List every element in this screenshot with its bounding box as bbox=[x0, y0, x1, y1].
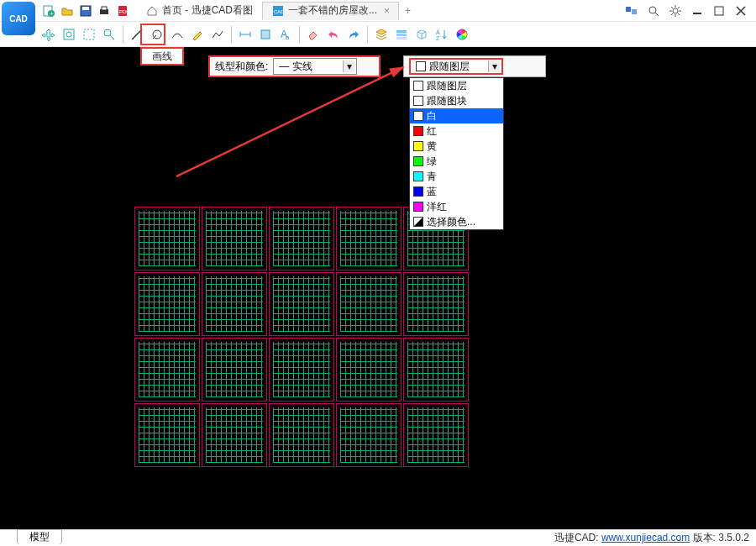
highlight-tool-icon[interactable] bbox=[188, 25, 207, 44]
color-option[interactable]: 青 bbox=[410, 169, 503, 184]
measure-area-icon[interactable] bbox=[256, 25, 275, 44]
drawing-cell bbox=[269, 272, 334, 336]
maximize-icon[interactable] bbox=[712, 4, 726, 18]
color-dropdown: 跟随图层跟随图块白红黄绿青蓝洋红选择颜色... bbox=[409, 77, 504, 230]
zoom-icon[interactable] bbox=[100, 25, 118, 44]
drawing-cell bbox=[336, 338, 402, 402]
svg-line-14 bbox=[655, 13, 659, 16]
color-option[interactable]: 洋红 bbox=[410, 199, 503, 214]
drawing-cell bbox=[336, 272, 402, 336]
model-tab-label: 模型 bbox=[29, 530, 50, 544]
brand-label: 迅捷CAD: bbox=[554, 532, 599, 543]
color-value: 跟随图层 bbox=[429, 60, 470, 74]
arc-tool-icon[interactable] bbox=[168, 25, 186, 44]
svg-rect-43 bbox=[396, 34, 407, 36]
chevron-down-icon: ▾ bbox=[488, 60, 500, 72]
drawing-cell bbox=[336, 207, 402, 270]
box3d-icon[interactable] bbox=[412, 25, 431, 44]
print-icon[interactable] bbox=[97, 4, 111, 18]
svg-rect-4 bbox=[82, 7, 89, 10]
drawing-cell bbox=[202, 207, 267, 270]
title-bar: CAD + PDF 首页 - 迅捷CAD看图 CAD 一套不错的房屋改... ×… bbox=[0, 0, 756, 22]
erase-icon[interactable] bbox=[304, 25, 323, 44]
svg-text:PDF: PDF bbox=[119, 9, 129, 14]
svg-rect-28 bbox=[64, 29, 74, 39]
color-wheel-icon[interactable] bbox=[453, 25, 471, 44]
svg-rect-11 bbox=[626, 7, 631, 12]
callout-line-tool bbox=[140, 24, 165, 45]
color-option[interactable]: 红 bbox=[410, 123, 503, 139]
svg-rect-25 bbox=[715, 7, 723, 15]
drawing-cell bbox=[202, 272, 267, 336]
magnifier-icon[interactable] bbox=[647, 4, 660, 18]
plus-icon: + bbox=[405, 5, 411, 17]
color-combo[interactable]: 跟随图层 ▾ bbox=[409, 58, 503, 75]
color-option[interactable]: 跟随图层 bbox=[410, 78, 503, 93]
color-option-label: 青 bbox=[427, 170, 437, 184]
model-space-tab[interactable]: 模型 bbox=[17, 529, 62, 544]
minimize-icon[interactable] bbox=[690, 4, 704, 18]
close-icon[interactable]: × bbox=[384, 5, 390, 17]
measure-dist-icon[interactable] bbox=[236, 25, 255, 44]
drawing-cell bbox=[403, 272, 469, 336]
svg-line-32 bbox=[110, 35, 114, 39]
window-close-icon[interactable] bbox=[734, 4, 748, 18]
color-swatch-icon bbox=[413, 217, 423, 227]
save-icon[interactable] bbox=[79, 4, 92, 18]
tab-file[interactable]: CAD 一套不错的房屋改... × bbox=[262, 2, 399, 20]
text-tool-icon[interactable]: Aa bbox=[276, 25, 295, 44]
redo-icon[interactable] bbox=[344, 25, 363, 44]
svg-text:a: a bbox=[286, 34, 290, 41]
drawing-cell bbox=[134, 403, 200, 467]
export-pdf-icon[interactable]: PDF bbox=[116, 4, 129, 18]
color-option[interactable]: 选择颜色... bbox=[410, 214, 503, 229]
gear-icon[interactable] bbox=[669, 4, 682, 18]
color-option[interactable]: 绿 bbox=[410, 154, 503, 169]
color-option[interactable]: 跟随图块 bbox=[410, 93, 503, 108]
svg-line-49 bbox=[176, 67, 403, 176]
svg-rect-30 bbox=[84, 29, 94, 39]
zoom-extents-icon[interactable] bbox=[60, 25, 78, 44]
svg-text:Z: Z bbox=[436, 35, 440, 41]
tab-home[interactable]: 首页 - 迅捷CAD看图 bbox=[136, 2, 262, 20]
windows-switch-icon[interactable] bbox=[625, 4, 638, 18]
svg-line-22 bbox=[671, 13, 673, 15]
color-option[interactable]: 白 bbox=[410, 108, 503, 123]
color-option[interactable]: 蓝 bbox=[410, 184, 503, 199]
color-option[interactable]: 黄 bbox=[410, 139, 503, 154]
main-toolbar: Aa AZ bbox=[0, 22, 756, 47]
color-option-label: 黄 bbox=[427, 139, 437, 154]
cad-file-icon: CAD bbox=[271, 4, 285, 18]
version-label: 版本: bbox=[693, 532, 716, 543]
website-link[interactable]: www.xunjiecad.com bbox=[601, 532, 690, 543]
new-file-icon[interactable]: + bbox=[42, 4, 55, 18]
svg-line-21 bbox=[678, 13, 680, 15]
layer-manager-icon[interactable] bbox=[392, 25, 411, 44]
tab-file-label: 一套不错的房屋改... bbox=[288, 3, 377, 18]
pan-icon[interactable] bbox=[39, 25, 58, 44]
drawing-cell bbox=[269, 338, 334, 402]
svg-text:A: A bbox=[436, 29, 440, 35]
svg-point-13 bbox=[649, 7, 656, 13]
drawing-cell bbox=[403, 338, 469, 402]
color-option-label: 跟随图块 bbox=[427, 94, 467, 108]
drawing-cell bbox=[202, 403, 267, 467]
layers-icon[interactable] bbox=[372, 25, 391, 44]
separator bbox=[231, 26, 232, 43]
sort-icon[interactable]: AZ bbox=[433, 25, 451, 44]
svg-point-31 bbox=[104, 29, 111, 36]
open-file-icon[interactable] bbox=[60, 4, 74, 18]
version-value: 3.5.0.2 bbox=[718, 532, 749, 543]
home-icon bbox=[145, 4, 159, 18]
drawing-cell bbox=[134, 338, 200, 402]
zoom-window-icon[interactable] bbox=[80, 25, 98, 44]
svg-text:+: + bbox=[50, 10, 54, 17]
drawing-cell bbox=[202, 338, 267, 402]
separator bbox=[299, 26, 300, 43]
quick-access-bar: + PDF bbox=[42, 4, 129, 18]
tab-add[interactable]: + bbox=[399, 2, 417, 20]
polyline-tool-icon[interactable] bbox=[208, 25, 227, 44]
color-option-label: 跟随图层 bbox=[427, 79, 467, 93]
undo-icon[interactable] bbox=[324, 25, 343, 44]
tab-strip: 首页 - 迅捷CAD看图 CAD 一套不错的房屋改... × + bbox=[136, 0, 625, 21]
